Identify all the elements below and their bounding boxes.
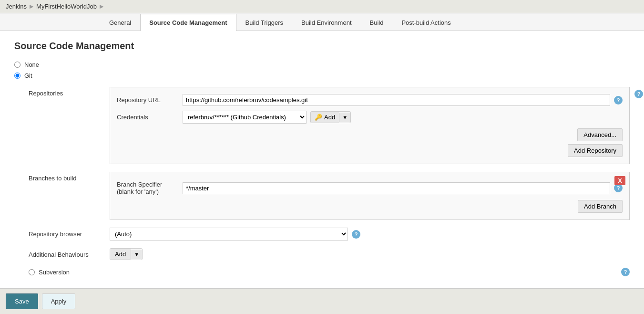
add-branch-btn[interactable]: Add Branch (578, 200, 623, 213)
repo-url-help-icon[interactable]: ? (614, 96, 623, 105)
git-section: Repositories ? Repository URL ? Credenti… (29, 87, 630, 276)
remove-branch-btn[interactable]: X (614, 176, 625, 185)
breadcrumb: Jenkins ▶ MyFirstHelloWorldJob ▶ (0, 0, 644, 13)
add-credentials-main-btn[interactable]: 🔑 Add (311, 112, 339, 123)
tab-post-build[interactable]: Post-build Actions (392, 14, 460, 31)
branches-box: X Branch Specifier (blank for 'any') ? A… (110, 172, 630, 220)
bottom-bar: Save Apply (0, 288, 644, 314)
subversion-help-icon[interactable]: ? (621, 268, 630, 276)
radio-git[interactable] (14, 73, 20, 79)
page-title: Source Code Management (14, 41, 630, 52)
radio-none-label[interactable]: None (24, 61, 39, 68)
tab-build[interactable]: Build (361, 14, 393, 31)
repositories-section: Repositories ? Repository URL ? Credenti… (29, 87, 630, 164)
main-content: Source Code Management None Git Reposito… (0, 31, 644, 314)
breadcrumb-sep2: ▶ (100, 3, 103, 10)
additional-behaviours-content: Add ▼ (110, 248, 630, 260)
radio-subversion[interactable] (29, 269, 35, 275)
branches-label: Branches to build (29, 172, 110, 182)
subversion-row: Subversion ? (29, 268, 630, 276)
apply-button[interactable]: Apply (42, 293, 76, 309)
radio-none-option: None (14, 61, 630, 68)
scm-radio-group: None Git (14, 61, 630, 79)
additional-behaviours-section: Additional Behaviours Add ▼ (29, 248, 630, 260)
tab-build-env[interactable]: Build Environment (292, 14, 361, 31)
credentials-row: Credentials referbruv/****** (Github Cre… (117, 111, 623, 124)
credentials-select[interactable]: referbruv/****** (Github Credentials) (183, 111, 307, 124)
breadcrumb-jenkins[interactable]: Jenkins (6, 3, 27, 10)
repo-browser-row: (Auto) ? (110, 228, 630, 241)
branch-specifier-input[interactable] (183, 182, 610, 194)
repo-browser-select[interactable]: (Auto) (110, 228, 348, 241)
repo-browser-section: Repository browser (Auto) ? (29, 228, 630, 241)
tab-build-triggers[interactable]: Build Triggers (236, 14, 292, 31)
advanced-btn[interactable]: Advanced... (577, 128, 623, 141)
save-button[interactable]: Save (6, 293, 38, 309)
repo-browser-help-icon[interactable]: ? (352, 230, 360, 239)
repo-browser-content: (Auto) ? (110, 228, 630, 241)
add-credentials-dropdown-btn[interactable]: ▼ (339, 113, 350, 122)
repo-browser-label: Repository browser (29, 228, 110, 238)
add-credentials-btn-group: 🔑 Add ▼ (310, 111, 351, 123)
branches-section: Branches to build X Branch Specifier (bl… (29, 172, 630, 220)
repo-url-input[interactable] (183, 94, 610, 106)
repositories-label: Repositories (29, 87, 110, 97)
repo-url-row: Repository URL ? (117, 94, 623, 106)
credentials-label: Credentials (117, 114, 179, 121)
subversion-label[interactable]: Subversion (39, 269, 70, 276)
repo-box: Repository URL ? Credentials referbruv/*… (110, 87, 630, 164)
branches-content: X Branch Specifier (blank for 'any') ? A… (110, 172, 630, 220)
repo-url-label: Repository URL (117, 96, 179, 104)
breadcrumb-sep1: ▶ (30, 3, 33, 10)
radio-git-option: Git (14, 72, 630, 79)
add-repository-btn[interactable]: Add Repository (568, 144, 623, 157)
add-credentials-label: Add (324, 114, 335, 121)
additional-behaviours-label: Additional Behaviours (29, 248, 110, 258)
branch-specifier-row: Branch Specifier (blank for 'any') ? (117, 181, 623, 195)
key-icon: 🔑 (315, 114, 322, 121)
add-behaviour-btn-group: Add ▼ (110, 248, 143, 260)
repo-btn-row: Advanced... (117, 128, 623, 141)
tab-bar: General Source Code Management Build Tri… (0, 13, 644, 31)
add-branch-btn-row: Add Branch (117, 200, 623, 213)
add-behaviour-dropdown-btn[interactable]: ▼ (131, 250, 142, 259)
breadcrumb-job[interactable]: MyFirstHelloWorldJob (36, 3, 97, 10)
branch-specifier-label: Branch Specifier (blank for 'any') (117, 181, 179, 195)
radio-git-label[interactable]: Git (24, 72, 32, 79)
add-behaviour-main-btn[interactable]: Add (110, 249, 131, 260)
repositories-help-icon[interactable]: ? (634, 90, 643, 98)
add-repo-btn-row: Add Repository (117, 144, 623, 157)
radio-none[interactable] (14, 62, 20, 68)
repositories-content: ? Repository URL ? Credentials referbruv… (110, 87, 630, 164)
tab-general[interactable]: General (100, 14, 140, 31)
tab-scm[interactable]: Source Code Management (140, 14, 236, 31)
